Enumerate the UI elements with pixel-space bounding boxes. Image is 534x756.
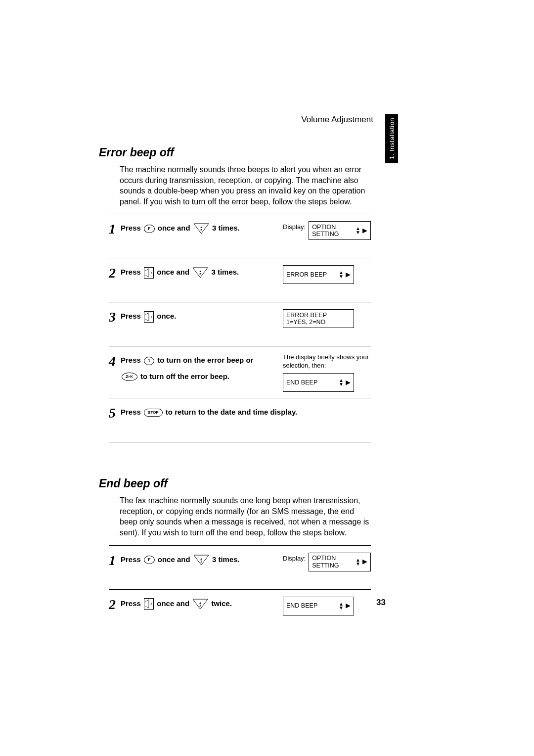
display-screen: END BEEP ▲▼▶ bbox=[283, 373, 354, 392]
svg-text:Z: Z bbox=[199, 604, 201, 607]
display-label: Display: bbox=[283, 223, 306, 231]
nav-right-key-icon: › bbox=[144, 311, 154, 323]
step-text: Press bbox=[121, 599, 141, 608]
down-key-icon: ▲Z bbox=[193, 224, 209, 233]
step-row: 1 Press F once and ▲Z 3 times. Display: … bbox=[109, 545, 371, 589]
screen-text: OPTION SETTING bbox=[312, 555, 356, 569]
scroll-arrows-icon: ▲▼▶ bbox=[356, 227, 367, 235]
step-text: once and bbox=[158, 224, 190, 232]
step-instruction: Press F once and ▲Z 3 times. bbox=[121, 553, 283, 567]
down-key-icon: ▲Z bbox=[192, 268, 208, 277]
section2-title: End beep off bbox=[99, 477, 445, 490]
display-screen: OPTION SETTING ▲▼▶ bbox=[309, 553, 371, 571]
screen-text: ERROR BEEP bbox=[286, 271, 327, 278]
page-number: 33 bbox=[376, 598, 386, 608]
step-row: 2 Press › once and ▲Z 3 times. ERROR BEE… bbox=[109, 258, 371, 302]
svg-text:Z: Z bbox=[200, 229, 202, 232]
step-text: 3 times. bbox=[212, 224, 240, 232]
step-instruction: Press F once and ▲Z 3 times. bbox=[121, 221, 283, 236]
step-text: Press bbox=[121, 312, 141, 320]
f-key-icon: F bbox=[144, 225, 155, 233]
f-key-icon: F bbox=[144, 556, 155, 564]
step-instruction: Press 1 to turn on the error beep or 2AB… bbox=[121, 353, 283, 385]
display-note: The display briefly shows your selection… bbox=[283, 353, 371, 370]
step-text: twice. bbox=[211, 599, 232, 608]
scroll-arrows-icon: ▲▼▶ bbox=[339, 271, 351, 279]
step-row: 1 Press F once and ▲Z 3 times. Display: … bbox=[109, 214, 371, 258]
step-number: 5 bbox=[109, 406, 121, 420]
screen-text: OPTION SETTING bbox=[312, 224, 356, 238]
step-number: 1 bbox=[109, 554, 121, 567]
step-number: 1 bbox=[109, 222, 121, 236]
display-column: ERROR BEEP ▲▼▶ bbox=[283, 265, 371, 284]
step-text: once and bbox=[157, 599, 189, 608]
nav-right-key-icon: › bbox=[144, 267, 154, 279]
step-text: once and bbox=[157, 268, 189, 276]
breadcrumb: Volume Adjustment bbox=[301, 115, 373, 125]
step-instruction: Press › once and ▲Z twice. bbox=[121, 597, 283, 611]
step-text: Press bbox=[121, 408, 141, 416]
stop-key-icon: STOP bbox=[144, 409, 163, 417]
display-column: Display: OPTION SETTING ▲▼▶ bbox=[283, 221, 371, 240]
screen-text: 1=YES, 2=NO bbox=[286, 319, 325, 326]
screen-text: END BEEP bbox=[286, 379, 317, 386]
section2-steps: 1 Press F once and ▲Z 3 times. Display: … bbox=[109, 545, 371, 633]
svg-text:Z: Z bbox=[199, 273, 201, 276]
step-text: Press bbox=[121, 555, 141, 564]
screen-text: END BEEP bbox=[286, 602, 317, 609]
down-key-icon: ▲Z bbox=[192, 600, 208, 609]
step-instruction: Press › once. bbox=[121, 309, 283, 324]
step-text: 3 times. bbox=[211, 268, 239, 276]
step-text: once. bbox=[157, 312, 176, 320]
display-label: Display: bbox=[283, 555, 306, 562]
svg-text:›: › bbox=[151, 315, 152, 319]
nav-right-key-icon: › bbox=[144, 598, 154, 610]
step-row: 4 Press 1 to turn on the error beep or 2… bbox=[109, 346, 371, 398]
step-text: to turn off the error beep. bbox=[140, 372, 229, 380]
section2-intro: The fax machine normally sounds one long… bbox=[120, 495, 371, 538]
display-screen: END BEEP ▲▼▶ bbox=[283, 597, 354, 615]
step-text: 3 times. bbox=[212, 555, 240, 564]
scroll-arrows-icon: ▲▼▶ bbox=[356, 558, 367, 566]
section1-steps: 1 Press F once and ▲Z 3 times. Display: … bbox=[109, 214, 371, 442]
svg-text:›: › bbox=[151, 271, 152, 275]
display-column: ERROR BEEP 1=YES, 2=NO bbox=[283, 309, 371, 328]
step-row: 2 Press › once and ▲Z twice. END BEEP ▲▼… bbox=[109, 589, 371, 633]
display-column: END BEEP ▲▼▶ bbox=[283, 597, 371, 615]
display-screen: OPTION SETTING ▲▼▶ bbox=[309, 221, 371, 240]
step-text: to return to the date and time display. bbox=[166, 408, 297, 416]
step-number: 3 bbox=[109, 310, 121, 324]
side-tab-installation: 1. Installation bbox=[385, 114, 398, 163]
display-column: Display: OPTION SETTING ▲▼▶ bbox=[283, 553, 371, 571]
step-number: 2 bbox=[109, 598, 121, 612]
display-screen: ERROR BEEP ▲▼▶ bbox=[283, 265, 354, 284]
step-instruction: Press › once and ▲Z 3 times. bbox=[121, 265, 283, 280]
down-key-icon: ▲Z bbox=[193, 556, 209, 565]
scroll-arrows-icon: ▲▼▶ bbox=[339, 378, 351, 386]
step-text: Press bbox=[121, 224, 141, 232]
display-screen: ERROR BEEP 1=YES, 2=NO bbox=[283, 309, 354, 328]
svg-text:›: › bbox=[151, 602, 152, 606]
step-text: once and bbox=[158, 555, 190, 564]
two-key-icon: 2ABC bbox=[122, 373, 137, 381]
svg-text:Z: Z bbox=[200, 560, 202, 563]
step-text: to turn on the error beep or bbox=[157, 356, 253, 364]
section1-intro: The machine normally sounds three beeps … bbox=[120, 164, 371, 207]
scroll-arrows-icon: ▲▼▶ bbox=[339, 602, 351, 610]
step-instruction: Press STOP to return to the date and tim… bbox=[121, 405, 371, 420]
screen-text: ERROR BEEP bbox=[286, 312, 327, 319]
step-number: 4 bbox=[109, 354, 121, 368]
step-text: Press bbox=[121, 356, 141, 364]
step-number: 2 bbox=[109, 266, 121, 280]
step-row: 3 Press › once. ERROR BEEP 1=YES, 2=NO bbox=[109, 302, 371, 346]
display-column: The display briefly shows your selection… bbox=[283, 353, 371, 392]
step-row: 5 Press STOP to return to the date and t… bbox=[109, 398, 371, 442]
step-text: Press bbox=[121, 268, 141, 276]
one-key-icon: 1 bbox=[144, 357, 154, 365]
